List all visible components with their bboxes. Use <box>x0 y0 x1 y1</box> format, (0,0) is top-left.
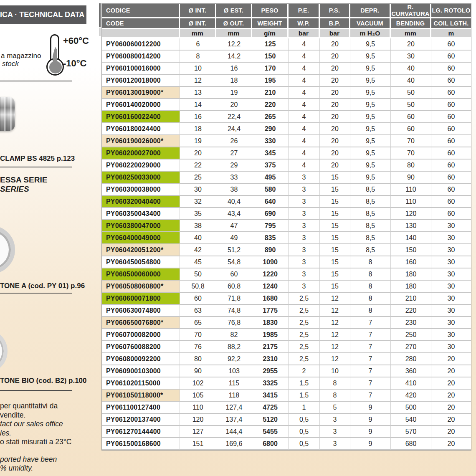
value-cell: 12 <box>320 341 350 353</box>
value-cell: 60 <box>431 135 471 147</box>
value-cell: 15 <box>320 268 350 281</box>
value-cell: 3 <box>320 438 350 450</box>
product-code-cell: PY060900103000 <box>102 365 180 377</box>
value-cell: 137,4 <box>216 414 252 426</box>
value-cell: 18 <box>180 123 216 135</box>
divider <box>0 167 72 167</box>
value-cell: 15 <box>320 184 350 196</box>
footnote-line: vendite. <box>0 411 98 420</box>
value-cell: 74,8 <box>216 305 252 317</box>
value-cell: 680 <box>391 438 431 450</box>
value-cell: 1220 <box>252 268 289 281</box>
product-code-cell: PY060630074800 <box>102 305 180 317</box>
value-cell: 51,2 <box>216 244 252 256</box>
value-cell: 20 <box>320 160 350 172</box>
footnote-line: % umidity. <box>0 464 98 473</box>
table-row: PY06050006000050601220315818030 <box>102 268 471 281</box>
column-header: P.E. <box>289 4 320 18</box>
column-header: Ø EST. <box>216 4 252 18</box>
value-cell: 0,5 <box>289 438 320 450</box>
table-row: PY061100127400110127,4472515950020 <box>102 402 471 414</box>
value-cell: 3415 <box>252 390 289 402</box>
product-code-cell: PY060350043400 <box>102 208 180 220</box>
value-cell: 15 <box>320 196 350 208</box>
value-cell: 38 <box>216 184 252 196</box>
product-code-cell: PY060500060000 <box>102 268 180 281</box>
divider <box>0 81 72 81</box>
value-cell: 40 <box>391 75 431 87</box>
value-cell: 120 <box>391 208 431 220</box>
value-cell: 1680 <box>252 293 289 305</box>
value-cell: 180 <box>391 281 431 293</box>
column-header: R. CURVATURA <box>391 4 431 18</box>
clamp-page-reference: CLAMP BS 4825 p.123 <box>0 154 72 163</box>
column-header: mm <box>391 29 431 38</box>
value-cell: 127,4 <box>216 402 252 414</box>
column-header: W.P. <box>289 18 320 29</box>
table-row: PY06038004700038477953158,513030 <box>102 220 471 232</box>
product-code-cell: PY060100016000 <box>102 63 180 75</box>
value-cell: 30 <box>431 317 471 329</box>
table-row: PY061270144400127144,454550,53957020 <box>102 426 471 438</box>
value-cell: 60 <box>431 99 471 111</box>
value-cell: 30 <box>431 293 471 305</box>
value-cell: 4 <box>289 135 320 147</box>
value-cell: 22,4 <box>216 111 252 123</box>
product-code-cell: PY061050118000* <box>102 390 180 402</box>
value-cell: 30 <box>391 51 431 63</box>
value-cell: 2,5 <box>289 317 320 329</box>
hose-coil-image <box>0 225 15 274</box>
value-cell: 12 <box>320 317 350 329</box>
value-cell: 63 <box>180 305 216 317</box>
value-cell: 9,5 <box>350 147 391 160</box>
value-cell: 15 <box>320 244 350 256</box>
value-cell: 15 <box>320 208 350 220</box>
value-cell: 50 <box>391 87 431 99</box>
value-cell: 1830 <box>252 317 289 329</box>
value-cell: 220 <box>252 99 289 111</box>
value-cell: 3 <box>289 196 320 208</box>
value-cell: 1775 <box>252 305 289 317</box>
value-cell: 9,5 <box>350 38 391 51</box>
hose-coil-image <box>0 329 8 373</box>
table-row: PY06102011500010211533251,58741020 <box>102 377 471 390</box>
product-code-cell: PY060130019000* <box>102 87 180 99</box>
value-cell: 30 <box>180 184 216 196</box>
value-cell: 1 <box>289 402 320 414</box>
same-series-line-it: ESSA SERIE <box>0 175 47 185</box>
value-cell: 290 <box>252 123 289 135</box>
table-row: PY06040004900040498353158,514030 <box>102 232 471 244</box>
column-header: VACUUM <box>350 18 391 29</box>
value-cell: 50 <box>180 268 216 281</box>
value-cell: 60 <box>431 38 471 51</box>
value-cell: 12 <box>180 75 216 87</box>
table-body: PY060060012200612,21254209,52060PY060080… <box>102 38 471 450</box>
column-header: Ø INT. <box>180 4 216 18</box>
value-cell: 118 <box>216 390 252 402</box>
value-cell: 0,5 <box>289 426 320 438</box>
value-cell: 70 <box>180 329 216 341</box>
value-cell: 890 <box>252 244 289 256</box>
value-cell: 3 <box>289 268 320 281</box>
value-cell: 12 <box>320 329 350 341</box>
table-row: PY06025003300025334953159,59060 <box>102 172 471 184</box>
value-cell: 580 <box>252 184 289 196</box>
table-header: CODICEØ INT.Ø EST.PESOP.E.P.S.DEPR.R. CU… <box>102 4 471 38</box>
value-cell: 20 <box>320 147 350 160</box>
column-header-code: CODICE <box>102 4 180 18</box>
product-code-cell: PY060220029000 <box>102 160 180 172</box>
value-cell: 8 <box>350 268 391 281</box>
product-code-cell: PY060650076800* <box>102 317 180 329</box>
value-cell: 76 <box>180 341 216 353</box>
value-cell: 4 <box>289 87 320 99</box>
table-header-row: CODEØ INT.Ø OUT.WEIGHTW.P.B.P.VACUUMBEND… <box>102 18 471 29</box>
column-header: LG. ROTOLO <box>431 4 471 18</box>
value-cell: 15 <box>320 172 350 184</box>
value-cell: 105 <box>180 390 216 402</box>
value-cell: 345 <box>252 147 289 160</box>
value-cell: 49 <box>216 232 252 244</box>
column-header: COIL LGTH. <box>431 18 471 29</box>
value-cell: 50,8 <box>180 281 216 293</box>
value-cell: 60 <box>431 208 471 220</box>
value-cell: 9,5 <box>350 172 391 184</box>
